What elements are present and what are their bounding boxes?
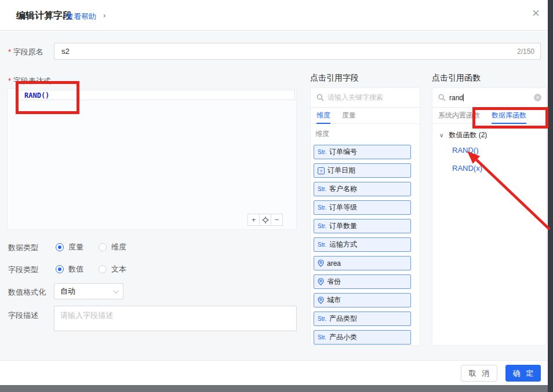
char-counter: 2/150 [517,47,540,56]
field-item-label: 客户名称 [329,184,357,194]
field-item[interactable]: 省份 [314,274,411,289]
string-type-icon: Str. [318,204,326,211]
field-item-label: 订单等级 [329,203,357,213]
field-list: Str. 订单编号 Y 订单日期 Str. 客户名称 [311,142,420,345]
number-format-value: 自动 [60,286,75,296]
zoom-out-button[interactable]: − [271,214,283,226]
function-group-header[interactable]: ∨ 数值函数 (2) [432,124,546,140]
geo-pin-icon [318,296,324,304]
radio-selected-icon [56,243,64,251]
search-icon [316,94,324,101]
string-type-icon: Str. [318,186,326,192]
function-group-label: 数值函数 (2) [449,130,487,140]
field-item-label: 订单日期 [328,166,355,175]
page-background: 编辑计算字段 查看帮助 › × 字段原名 s2 2/150 字段表达式 RAND… [0,0,553,392]
text-cursor [463,94,464,101]
functions-search-input[interactable]: rand × [432,88,546,108]
description-label: 字段描述 [8,310,38,321]
radio-text[interactable]: 文本 [99,263,126,274]
field-item[interactable]: Str. 客户名称 [314,182,411,196]
field-item[interactable]: Str. 订单等级 [314,200,411,215]
field-item[interactable]: Str. 产品类型 [314,312,411,326]
field-item[interactable]: Str. 运输方式 [314,237,411,252]
tab-system-functions[interactable]: 系统内置函数 [438,108,480,124]
fields-tabs: 维度 度量 [311,108,420,124]
expression-label: 字段表达式 [8,76,51,86]
radio-numeric[interactable]: 数值 [56,263,83,274]
radio-measure[interactable]: 度量 [56,241,83,252]
field-item-label: 省份 [327,277,341,287]
tab-measure[interactable]: 度量 [342,108,356,124]
dialog-footer: 取 消 确 定 [0,360,548,385]
function-item[interactable]: RAND(x) [452,164,546,173]
tab-dimension[interactable]: 维度 [316,108,330,124]
radio-unselected-icon [99,243,107,251]
string-type-icon: Str. [318,223,326,229]
fields-group-label: 维度 [311,124,420,142]
field-name-value: s2 [54,47,517,56]
chevron-right-icon: › [103,11,105,20]
function-list: RAND()RAND(x) [432,140,546,173]
number-format-select[interactable]: 自动 [54,283,123,299]
fields-search-placeholder: 请输入关键字搜索 [328,93,415,102]
expression-code: RAND() [18,91,49,100]
field-item[interactable]: Str. 产品小类 [314,330,411,345]
radio-selected-icon [56,265,64,273]
functions-tabs: 系统内置函数 数据库函数 [432,108,546,124]
radio-numeric-label: 数值 [68,265,83,273]
geo-pin-icon [318,259,324,267]
chevron-down-icon [113,288,119,294]
zoom-in-button[interactable]: + [248,214,260,226]
field-type-label: 字段类型 [8,265,38,275]
tab-database-functions[interactable]: 数据库函数 [492,108,526,124]
field-item-label: 产品类型 [329,314,357,324]
string-type-icon: Str. [318,241,326,248]
field-item[interactable]: Str. 订单编号 [314,145,411,159]
ok-button[interactable]: 确 定 [505,365,541,382]
functions-panel: rand × 系统内置函数 数据库函数 ∨ 数值函数 (2) RAND()RAN… [432,87,547,346]
search-icon [438,94,446,101]
fields-panel-title: 点击引用字段 [310,73,359,83]
data-type-label: 数据类型 [8,243,38,253]
radio-dimension[interactable]: 维度 [99,241,126,252]
fields-search-input[interactable]: 请输入关键字搜索 [311,88,420,108]
field-item-label: 产品小类 [329,332,357,342]
field-item-label: 城市 [327,295,341,305]
geo-pin-icon [318,278,324,285]
description-textarea[interactable]: 请输入字段描述 [54,306,297,331]
field-item-label: area [327,259,341,268]
field-item[interactable]: Str. 订单数量 [314,219,411,233]
radio-unselected-icon [99,265,107,273]
field-item[interactable]: area [314,256,411,270]
expression-editor[interactable]: RAND() + − [7,88,297,230]
expression-active-line: RAND() [17,90,295,100]
chevron-down-icon: ∨ [439,132,443,138]
dialog-header: 编辑计算字段 查看帮助 › × [0,0,548,31]
field-item[interactable]: Y 订单日期 [314,163,411,178]
fields-panel: 请输入关键字搜索 维度 度量 维度 Str. 订单编号 Y [310,87,420,346]
string-type-icon: Str. [318,316,326,322]
field-name-input[interactable]: s2 2/150 [54,43,541,60]
close-icon[interactable]: × [532,7,540,20]
functions-panel-title: 点击引用函数 [432,73,481,83]
function-item[interactable]: RAND() [452,146,546,155]
clear-search-icon[interactable]: × [534,94,541,101]
edit-calculated-field-dialog: 编辑计算字段 查看帮助 › × 字段原名 s2 2/150 字段表达式 RAND… [0,0,548,385]
string-type-icon: Str. [318,334,326,340]
field-name-label: 字段原名 [8,47,43,57]
field-item-label: 订单编号 [329,147,357,157]
locate-button[interactable] [259,214,271,226]
radio-dimension-label: 维度 [111,243,126,251]
radio-text-label: 文本 [111,265,126,273]
date-type-icon: Y [318,167,325,174]
field-item-label: 运输方式 [329,240,357,250]
field-item[interactable]: 城市 [314,293,411,307]
field-item-label: 订单数量 [329,221,357,231]
radio-measure-label: 度量 [68,243,83,251]
editor-zoom-tools: + − [248,214,283,226]
functions-search-value: rand [449,94,534,102]
cancel-button[interactable]: 取 消 [461,365,497,382]
string-type-icon: Str. [318,149,326,155]
view-help-link[interactable]: 查看帮助 [66,12,96,22]
dialog-title: 编辑计算字段 [16,10,72,22]
